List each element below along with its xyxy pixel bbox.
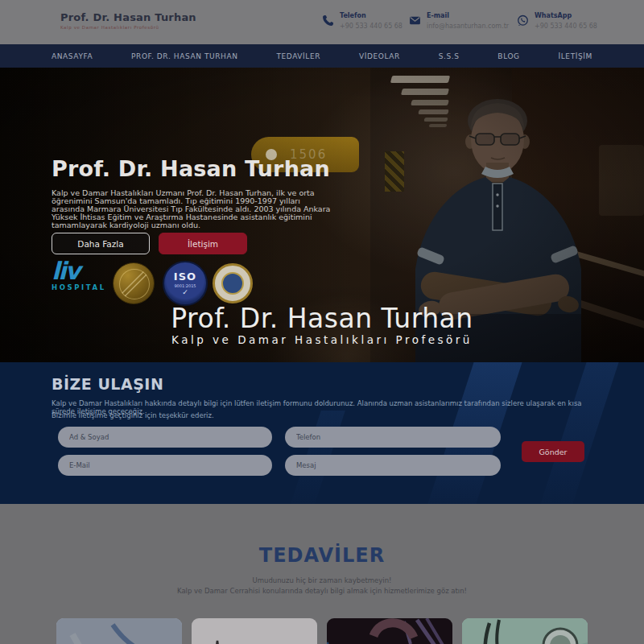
header-email[interactable]: E-mail info@hasanturhan.com.tr <box>409 12 509 30</box>
email-field[interactable] <box>58 455 272 476</box>
phone-field[interactable] <box>285 427 501 448</box>
main-nav: ANASAYFA PROF. DR. HASAN TURHAN TEDAVİLE… <box>0 44 644 68</box>
treatments-subtitle-2: Kalp ve Damar Cerrahisi konularında deta… <box>0 587 644 595</box>
hero-content: Prof. Dr. Hasan Turhan Kalp ve Damar Has… <box>52 156 341 229</box>
top-header: Prof. Dr. Hasan Turhan Kalp ve Damar Has… <box>0 0 644 44</box>
iso-badge-text: ISO <box>174 270 196 283</box>
whatsapp-icon <box>517 14 529 27</box>
hero-section: 1506 <box>0 68 644 362</box>
treatment-cards <box>56 618 588 644</box>
email-icon <box>409 14 421 27</box>
treatments-section: TEDAVİLER Umudunuzu hiç bir zaman kaybet… <box>0 504 644 644</box>
email-value: info@hasanturhan.com.tr <box>427 23 509 30</box>
liv-logo-word: HOSPITAL <box>52 283 108 291</box>
treatment-card-stethoscope[interactable] <box>462 618 588 644</box>
treatments-title: TEDAVİLER <box>0 544 644 567</box>
nav-item-blog[interactable]: BLOG <box>497 52 519 60</box>
header-whatsapp[interactable]: WhatsApp +90 533 440 65 68 <box>517 12 597 30</box>
hero-overlay-title: Prof. Dr. Hasan Turhan <box>0 303 644 334</box>
ecg-image <box>192 618 317 644</box>
jci-gold-medal <box>113 262 155 304</box>
iso-9001-badge: ISO 9001:2015 ✓ <box>163 261 208 306</box>
association-badge-emblem <box>221 272 244 295</box>
logo-subtitle: Kalp ve Damar Hastalıkları Profesörü <box>60 25 196 30</box>
more-button[interactable]: Daha Fazla <box>52 233 150 254</box>
email-label: E-mail <box>427 12 509 19</box>
association-badge <box>213 263 253 303</box>
contact-form-section: BİZE ULAŞIN Kalp ve Damar Hastalıkları h… <box>0 362 644 504</box>
liv-hospital-logo: liv HOSPITAL <box>52 261 108 291</box>
form-description-2: Bizimle iletişime geçtiğiniz için teşekk… <box>52 411 599 419</box>
background-streak <box>540 362 618 504</box>
hero-description: Kalp ve Damar Hastalıkları Uzmanı Prof. … <box>52 189 332 229</box>
nav-item-prof-dr-hasan-turhan[interactable]: PROF. DR. HASAN TURHAN <box>131 52 238 60</box>
header-phone[interactable]: Telefon +90 533 440 65 68 <box>322 12 402 30</box>
whatsapp-value: +90 533 440 65 68 <box>535 23 597 30</box>
treatment-card-heart-valve[interactable] <box>56 618 182 644</box>
nav-item-tedaviler[interactable]: TEDAVİLER <box>276 52 320 60</box>
site-logo[interactable]: Prof. Dr. Hasan Turhan Kalp ve Damar Has… <box>60 11 196 30</box>
nav-item-videolar[interactable]: VİDEOLAR <box>359 52 400 60</box>
liv-logo-script: liv <box>52 261 108 282</box>
treatment-card-ecg[interactable] <box>192 618 317 644</box>
contact-button[interactable]: İletişim <box>159 233 247 254</box>
heart-valve-image <box>56 618 182 644</box>
page: Prof. Dr. Hasan Turhan Kalp ve Damar Has… <box>0 0 644 644</box>
nav-item-anasayfa[interactable]: ANASAYFA <box>52 52 93 60</box>
phone-icon <box>322 14 334 27</box>
heart-anatomy-image <box>327 618 452 644</box>
whatsapp-label: WhatsApp <box>535 12 597 19</box>
nav-item-iletisim[interactable]: İLETİŞİM <box>559 52 592 60</box>
send-button[interactable]: Gönder <box>522 441 584 462</box>
hero-title: Prof. Dr. Hasan Turhan <box>52 156 341 181</box>
checkmark-icon: ✓ <box>182 288 188 296</box>
stethoscope-image <box>462 618 588 644</box>
treatments-subtitle-1: Umudunuzu hiç bir zaman kaybetmeyin! <box>0 576 644 584</box>
nav-item-sss[interactable]: S.S.S <box>439 52 460 60</box>
hero-overlay-subtitle: Kalp ve Damar Hastalıkları Profesörü <box>0 333 644 346</box>
phone-value: +90 533 440 65 68 <box>340 23 402 30</box>
treatment-card-heart-anatomy[interactable] <box>327 618 452 644</box>
phone-label: Telefon <box>340 12 402 19</box>
form-title: BİZE ULAŞIN <box>52 375 163 393</box>
message-field[interactable] <box>285 455 501 476</box>
name-field[interactable] <box>58 427 272 448</box>
logo-title: Prof. Dr. Hasan Turhan <box>60 11 196 23</box>
